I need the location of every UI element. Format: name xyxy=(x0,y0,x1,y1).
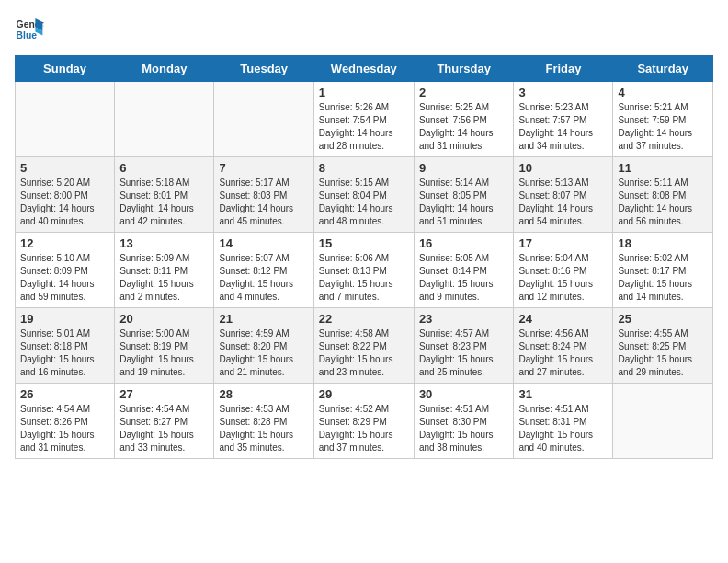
day-header-tuesday: Tuesday xyxy=(214,56,313,82)
calendar-cell: 13Sunrise: 5:09 AM Sunset: 8:11 PM Dayli… xyxy=(115,233,214,308)
day-number: 11 xyxy=(618,161,708,175)
day-info: Sunrise: 4:58 AM Sunset: 8:22 PM Dayligh… xyxy=(319,327,409,379)
calendar-cell: 25Sunrise: 4:55 AM Sunset: 8:25 PM Dayli… xyxy=(613,308,713,384)
calendar-cell: 27Sunrise: 4:54 AM Sunset: 8:27 PM Dayli… xyxy=(115,384,214,459)
page-header: General Blue xyxy=(15,15,713,44)
day-header-monday: Monday xyxy=(115,56,214,82)
calendar-cell: 30Sunrise: 4:51 AM Sunset: 8:30 PM Dayli… xyxy=(414,384,514,459)
day-number: 25 xyxy=(618,312,708,326)
day-number: 12 xyxy=(20,236,109,250)
day-info: Sunrise: 4:57 AM Sunset: 8:23 PM Dayligh… xyxy=(419,327,509,379)
day-info: Sunrise: 5:26 AM Sunset: 7:54 PM Dayligh… xyxy=(319,101,409,153)
day-info: Sunrise: 5:17 AM Sunset: 8:03 PM Dayligh… xyxy=(219,177,308,228)
day-info: Sunrise: 5:04 AM Sunset: 8:16 PM Dayligh… xyxy=(518,252,608,304)
calendar-cell xyxy=(613,384,713,459)
calendar-cell xyxy=(214,82,313,157)
day-header-saturday: Saturday xyxy=(613,56,713,82)
day-info: Sunrise: 5:10 AM Sunset: 8:09 PM Dayligh… xyxy=(20,252,109,304)
day-info: Sunrise: 4:59 AM Sunset: 8:20 PM Dayligh… xyxy=(219,327,308,379)
day-number: 2 xyxy=(419,86,509,99)
calendar-cell: 1Sunrise: 5:26 AM Sunset: 7:54 PM Daylig… xyxy=(313,82,414,157)
day-info: Sunrise: 5:15 AM Sunset: 8:04 PM Dayligh… xyxy=(319,177,409,228)
day-number: 15 xyxy=(319,236,409,250)
day-info: Sunrise: 4:54 AM Sunset: 8:27 PM Dayligh… xyxy=(119,403,209,454)
calendar-cell: 5Sunrise: 5:20 AM Sunset: 8:00 PM Daylig… xyxy=(16,157,115,233)
calendar-cell xyxy=(115,82,214,157)
calendar-cell: 24Sunrise: 4:56 AM Sunset: 8:24 PM Dayli… xyxy=(514,308,613,384)
day-info: Sunrise: 5:14 AM Sunset: 8:05 PM Dayligh… xyxy=(419,177,509,228)
day-number: 19 xyxy=(20,312,109,326)
day-info: Sunrise: 5:02 AM Sunset: 8:17 PM Dayligh… xyxy=(618,252,708,304)
day-number: 29 xyxy=(319,387,409,401)
day-info: Sunrise: 5:21 AM Sunset: 7:59 PM Dayligh… xyxy=(618,101,708,153)
calendar-cell: 15Sunrise: 5:06 AM Sunset: 8:13 PM Dayli… xyxy=(313,233,414,308)
day-number: 10 xyxy=(518,161,608,175)
calendar-cell: 31Sunrise: 4:51 AM Sunset: 8:31 PM Dayli… xyxy=(514,384,613,459)
day-info: Sunrise: 4:54 AM Sunset: 8:26 PM Dayligh… xyxy=(20,403,109,454)
day-number: 3 xyxy=(518,86,608,99)
calendar-cell: 4Sunrise: 5:21 AM Sunset: 7:59 PM Daylig… xyxy=(613,82,713,157)
day-number: 22 xyxy=(319,312,409,326)
day-info: Sunrise: 5:07 AM Sunset: 8:12 PM Dayligh… xyxy=(219,252,308,304)
calendar-cell: 2Sunrise: 5:25 AM Sunset: 7:56 PM Daylig… xyxy=(414,82,514,157)
calendar-cell: 18Sunrise: 5:02 AM Sunset: 8:17 PM Dayli… xyxy=(613,233,713,308)
day-info: Sunrise: 4:56 AM Sunset: 8:24 PM Dayligh… xyxy=(518,327,608,379)
day-number: 30 xyxy=(419,387,509,401)
day-number: 6 xyxy=(119,161,209,175)
day-number: 8 xyxy=(319,161,409,175)
day-info: Sunrise: 4:52 AM Sunset: 8:29 PM Dayligh… xyxy=(319,403,409,454)
day-number: 1 xyxy=(319,86,409,99)
calendar-cell: 12Sunrise: 5:10 AM Sunset: 8:09 PM Dayli… xyxy=(16,233,115,308)
day-number: 16 xyxy=(419,236,509,250)
calendar-cell: 23Sunrise: 4:57 AM Sunset: 8:23 PM Dayli… xyxy=(414,308,514,384)
calendar-cell: 14Sunrise: 5:07 AM Sunset: 8:12 PM Dayli… xyxy=(214,233,313,308)
day-info: Sunrise: 5:09 AM Sunset: 8:11 PM Dayligh… xyxy=(119,252,209,304)
day-info: Sunrise: 4:53 AM Sunset: 8:28 PM Dayligh… xyxy=(219,403,308,454)
calendar-week-row: 1Sunrise: 5:26 AM Sunset: 7:54 PM Daylig… xyxy=(16,82,713,157)
calendar-table: SundayMondayTuesdayWednesdayThursdayFrid… xyxy=(15,55,713,459)
day-number: 4 xyxy=(618,86,708,99)
day-number: 18 xyxy=(618,236,708,250)
day-number: 28 xyxy=(219,387,308,401)
calendar-cell: 11Sunrise: 5:11 AM Sunset: 8:08 PM Dayli… xyxy=(613,157,713,233)
calendar-cell: 17Sunrise: 5:04 AM Sunset: 8:16 PM Dayli… xyxy=(514,233,613,308)
calendar-cell: 3Sunrise: 5:23 AM Sunset: 7:57 PM Daylig… xyxy=(514,82,613,157)
day-info: Sunrise: 5:20 AM Sunset: 8:00 PM Dayligh… xyxy=(20,177,109,228)
day-info: Sunrise: 5:25 AM Sunset: 7:56 PM Dayligh… xyxy=(419,101,509,153)
svg-text:Blue: Blue xyxy=(17,30,38,40)
logo-icon: General Blue xyxy=(15,15,44,44)
day-number: 24 xyxy=(518,312,608,326)
calendar-cell: 29Sunrise: 4:52 AM Sunset: 8:29 PM Dayli… xyxy=(313,384,414,459)
calendar-cell: 21Sunrise: 4:59 AM Sunset: 8:20 PM Dayli… xyxy=(214,308,313,384)
calendar-cell: 8Sunrise: 5:15 AM Sunset: 8:04 PM Daylig… xyxy=(313,157,414,233)
calendar-cell: 7Sunrise: 5:17 AM Sunset: 8:03 PM Daylig… xyxy=(214,157,313,233)
calendar-cell: 10Sunrise: 5:13 AM Sunset: 8:07 PM Dayli… xyxy=(514,157,613,233)
day-number: 31 xyxy=(518,387,608,401)
calendar-cell: 9Sunrise: 5:14 AM Sunset: 8:05 PM Daylig… xyxy=(414,157,514,233)
day-number: 20 xyxy=(119,312,209,326)
calendar-cell: 16Sunrise: 5:05 AM Sunset: 8:14 PM Dayli… xyxy=(414,233,514,308)
calendar-week-row: 26Sunrise: 4:54 AM Sunset: 8:26 PM Dayli… xyxy=(16,384,713,459)
day-number: 7 xyxy=(219,161,308,175)
logo: General Blue xyxy=(15,15,44,44)
day-info: Sunrise: 5:11 AM Sunset: 8:08 PM Dayligh… xyxy=(618,177,708,228)
calendar-cell xyxy=(16,82,115,157)
day-info: Sunrise: 5:18 AM Sunset: 8:01 PM Dayligh… xyxy=(119,177,209,228)
day-header-wednesday: Wednesday xyxy=(313,56,414,82)
day-info: Sunrise: 5:23 AM Sunset: 7:57 PM Dayligh… xyxy=(518,101,608,153)
calendar-week-row: 5Sunrise: 5:20 AM Sunset: 8:00 PM Daylig… xyxy=(16,157,713,233)
calendar-week-row: 12Sunrise: 5:10 AM Sunset: 8:09 PM Dayli… xyxy=(16,233,713,308)
calendar-cell: 19Sunrise: 5:01 AM Sunset: 8:18 PM Dayli… xyxy=(16,308,115,384)
day-header-thursday: Thursday xyxy=(414,56,514,82)
calendar-week-row: 19Sunrise: 5:01 AM Sunset: 8:18 PM Dayli… xyxy=(16,308,713,384)
calendar-cell: 20Sunrise: 5:00 AM Sunset: 8:19 PM Dayli… xyxy=(115,308,214,384)
day-info: Sunrise: 4:51 AM Sunset: 8:31 PM Dayligh… xyxy=(518,403,608,454)
day-info: Sunrise: 5:13 AM Sunset: 8:07 PM Dayligh… xyxy=(518,177,608,228)
day-number: 27 xyxy=(119,387,209,401)
day-header-friday: Friday xyxy=(514,56,613,82)
day-info: Sunrise: 5:01 AM Sunset: 8:18 PM Dayligh… xyxy=(20,327,109,379)
day-header-sunday: Sunday xyxy=(16,56,115,82)
day-number: 14 xyxy=(219,236,308,250)
day-number: 5 xyxy=(20,161,109,175)
day-info: Sunrise: 5:00 AM Sunset: 8:19 PM Dayligh… xyxy=(119,327,209,379)
